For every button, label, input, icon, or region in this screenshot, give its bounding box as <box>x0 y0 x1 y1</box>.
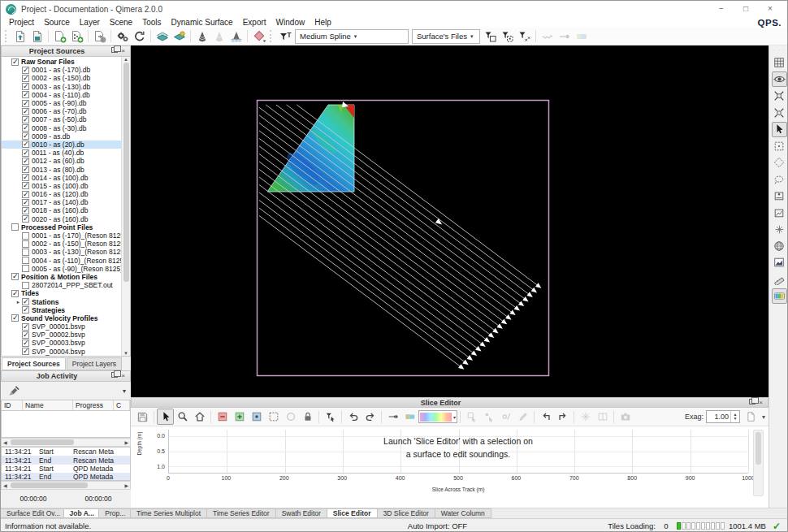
subtab-project-layers[interactable]: Project Layers <box>67 357 122 370</box>
checkbox[interactable]: ✓ <box>22 141 29 148</box>
checkbox[interactable]: ✓ <box>22 174 29 181</box>
tree-item[interactable]: ✓SVP_00002.bsvp <box>2 331 121 339</box>
scroll-left-icon[interactable]: ◀ <box>2 439 9 445</box>
open-project-icon[interactable] <box>11 28 28 45</box>
col-c[interactable]: C <box>114 400 130 410</box>
tree-item[interactable]: ✓0016 - as (120).db <box>2 190 121 198</box>
create-surface-icon[interactable] <box>154 28 171 45</box>
menu-scene[interactable]: Scene <box>105 18 137 27</box>
tab-3d-slice-editor[interactable]: 3D Slice Editor <box>378 508 435 518</box>
checkbox[interactable] <box>22 257 29 264</box>
col-progress[interactable]: Progress <box>73 400 114 410</box>
sonar-grid-icon[interactable] <box>227 28 245 45</box>
checkbox[interactable]: ✓ <box>22 182 29 189</box>
panel-menu-chevron-icon[interactable]: ▾ <box>762 413 765 421</box>
tree-item[interactable]: ✓SVP_00004.bsvp <box>2 348 121 356</box>
scene-viewport[interactable] <box>131 45 769 397</box>
filter-extents-icon[interactable] <box>516 28 533 45</box>
add-raw-sonar-icon[interactable] <box>51 28 68 45</box>
tree-item[interactable]: ✓0006 - as (-70).db <box>2 107 121 115</box>
log-row[interactable]: 11:34:21StartQPD Metada <box>2 465 130 473</box>
subtab-project-sources[interactable]: Project Sources <box>2 357 66 370</box>
checkbox[interactable] <box>22 240 29 248</box>
box-area-edit-icon[interactable] <box>772 205 787 220</box>
prev-slice-icon[interactable] <box>537 409 554 425</box>
tree-item[interactable]: 0001 - as (-170)_(Reson 8125).f... <box>2 231 121 240</box>
scroll-up-icon[interactable]: ▲ <box>123 57 128 62</box>
exag-spinbox[interactable]: 1.00 ▲▼ <box>706 410 740 423</box>
sonar-beam-icon[interactable] <box>193 28 210 45</box>
tree-item[interactable]: ✓SVP_00003.bsvp <box>2 339 121 347</box>
reprocess-icon[interactable] <box>131 28 148 45</box>
tree-item[interactable]: ✓0018 - as (160).db <box>2 206 121 214</box>
checkbox[interactable] <box>22 265 29 272</box>
scrollbar-thumb[interactable] <box>123 63 129 282</box>
surface-files-select[interactable]: Surface's Files ▾ <box>412 29 480 44</box>
checkbox[interactable]: ✓ <box>22 132 29 140</box>
filter-surface-icon[interactable] <box>482 28 499 45</box>
processing-settings-icon[interactable] <box>114 28 131 45</box>
log-row[interactable]: 11:34:21EndQPD Metada <box>2 473 130 481</box>
plot-scrollbar[interactable] <box>753 430 764 496</box>
log-row[interactable]: 11:34:21EndRescan Meta <box>2 456 130 464</box>
colormap-icon[interactable] <box>772 288 787 304</box>
splat-icon[interactable] <box>772 222 787 237</box>
menu-tools[interactable]: Tools <box>137 18 166 27</box>
tree-item[interactable]: 0002 - as (-150)_(Reson 8125).f... <box>2 240 121 248</box>
checkbox[interactable]: ✓ <box>22 108 29 115</box>
tree-item[interactable]: ✓0013 - as (80).db <box>2 165 121 173</box>
profile-settings-icon[interactable] <box>743 409 760 425</box>
menu-project[interactable]: Project <box>4 18 39 27</box>
tree-item[interactable]: 0003 - as (-130)_(Reson 8125).f... <box>2 248 121 256</box>
checkbox[interactable]: ✓ <box>22 215 29 223</box>
checkbox[interactable] <box>22 232 29 240</box>
job-table-hscroll[interactable]: ◀ ▶ <box>1 438 131 447</box>
zoom-extents-icon[interactable] <box>772 89 787 104</box>
checkbox[interactable]: ✓ <box>22 348 29 355</box>
job-log-hscroll[interactable]: ◀ ▶ <box>1 481 131 490</box>
tree-item[interactable]: ▸✓Stations <box>2 297 121 305</box>
track-point-icon[interactable] <box>384 409 401 425</box>
tree-item[interactable]: ✓Raw Sonar Files <box>2 58 121 66</box>
close-button[interactable]: × <box>758 2 782 16</box>
save-project-icon[interactable] <box>28 28 45 45</box>
log-row[interactable]: 11:34:21StartRescan Meta <box>2 448 130 456</box>
tree-item[interactable]: ✓0002 - as (-150).db <box>2 74 121 82</box>
checkbox[interactable]: ✓ <box>22 331 29 339</box>
checkbox[interactable]: ✓ <box>22 100 29 107</box>
select-box-icon[interactable] <box>265 409 282 425</box>
checkbox[interactable]: ✓ <box>22 75 29 82</box>
lock-icon[interactable] <box>299 409 316 425</box>
menu-layer[interactable]: Layer <box>75 18 105 27</box>
tree-item[interactable]: ✓0012 - as (60).db <box>2 157 121 165</box>
checkbox[interactable]: ✓ <box>22 298 29 305</box>
maximize-button[interactable]: □ <box>734 2 758 16</box>
tree-item[interactable]: ✓0020 - as (160).db <box>2 215 121 223</box>
select-cursor-icon[interactable] <box>772 122 787 137</box>
pointer-tool-icon[interactable] <box>157 409 174 425</box>
tab-swath-editor[interactable]: Swath Editor <box>276 508 327 518</box>
polygon-select-icon[interactable] <box>772 155 787 171</box>
col-name[interactable]: Name <box>23 400 73 410</box>
reject-soundings-icon[interactable] <box>214 409 231 425</box>
checkbox[interactable]: ✓ <box>22 67 29 74</box>
checkbox[interactable]: ✓ <box>22 323 29 331</box>
tab-slice-editor[interactable]: Slice Editor <box>327 508 378 518</box>
checkbox[interactable] <box>22 249 29 256</box>
tree-item[interactable]: ✓0010 - as (20).db <box>2 141 121 149</box>
lasso-select-icon[interactable] <box>772 171 787 187</box>
filter-tool-icon[interactable] <box>276 28 293 45</box>
filter-pointer-icon[interactable] <box>322 409 339 425</box>
rail-grip[interactable]: · · · <box>773 47 785 54</box>
checkbox[interactable]: ✓ <box>22 158 29 165</box>
exag-value[interactable]: 1.00 <box>707 411 730 422</box>
undo-icon[interactable] <box>344 409 362 425</box>
checkbox[interactable]: ✓ <box>22 149 29 157</box>
measure-tool-icon[interactable] <box>772 271 787 287</box>
menu-help[interactable]: Help <box>310 18 336 27</box>
tree-item[interactable]: 28072014_PPP_SBET.out <box>2 281 121 289</box>
spin-arrows[interactable]: ▲▼ <box>730 411 739 422</box>
filter-selection-icon[interactable] <box>499 28 516 45</box>
tab-prop-[interactable]: Prop... <box>99 508 131 518</box>
checkbox[interactable]: ✓ <box>22 91 29 98</box>
